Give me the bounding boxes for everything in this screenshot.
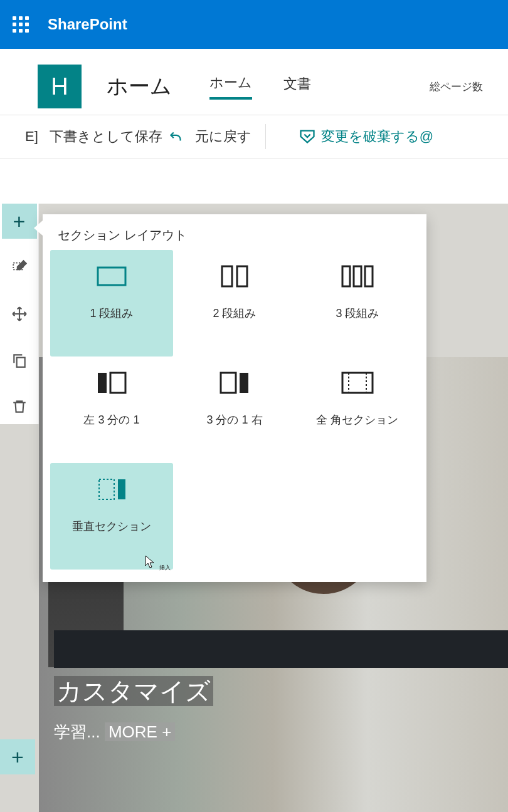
add-section-button[interactable]: +: [2, 204, 37, 239]
flyout-pointer: [34, 221, 43, 236]
layout-label: 2 段組み: [213, 306, 256, 321]
edit-icon: [11, 259, 28, 276]
hero-black-bar: [54, 630, 508, 668]
canvas-toolbox-rail: +: [0, 204, 39, 424]
layout-label: 1 段組み: [90, 306, 133, 321]
discard-label: 変更を破棄する@: [321, 127, 433, 146]
discard-changes-button[interactable]: 変更を破棄する@: [299, 127, 433, 146]
layout-option-two-column[interactable]: 2 段組み: [173, 250, 296, 357]
svg-rect-1: [16, 358, 24, 367]
flyout-title: セクション レイアウト: [43, 214, 426, 250]
layout-option-one-third-right[interactable]: 3 分の 1 右: [173, 357, 296, 463]
command-separator: [265, 124, 266, 149]
cursor-pointer-icon: 挿入: [144, 554, 171, 572]
undo-button[interactable]: 元に戻す: [195, 127, 251, 146]
hero-more-link[interactable]: MORE +: [105, 722, 175, 741]
copy-icon: [11, 352, 28, 368]
svg-rect-4: [237, 266, 247, 286]
command-bar: E] 下書きとして保存 元に戻す 変更を破棄する@: [0, 115, 508, 159]
add-section-bottom-button[interactable]: +: [0, 739, 35, 774]
page-count-label: 総ページ数: [430, 80, 483, 94]
undo-label: 元に戻す: [195, 127, 251, 146]
vertical-section-icon: [94, 477, 129, 504]
move-icon: [11, 306, 28, 322]
nav-tab-documents[interactable]: 文書: [283, 75, 311, 98]
site-nav: ホーム 文書: [209, 73, 311, 100]
layout-option-one-third-left[interactable]: 左 3 分の 1: [50, 357, 173, 463]
move-section-button[interactable]: [2, 296, 37, 331]
hero-subtitle: 学習: [54, 722, 87, 741]
discard-icon: [299, 128, 316, 145]
layout-label: 3 段組み: [336, 306, 379, 321]
svg-rect-11: [240, 373, 248, 393]
svg-rect-12: [342, 373, 373, 393]
duplicate-section-button[interactable]: [2, 343, 37, 378]
svg-rect-8: [98, 373, 107, 393]
nav-tab-home[interactable]: ホーム: [209, 73, 252, 100]
two-column-icon: [217, 264, 252, 291]
layout-option-vertical-section[interactable]: 垂直セクション 挿入: [50, 463, 173, 570]
layout-label: 左 3 分の 1: [83, 412, 139, 427]
command-prefix: E]: [25, 128, 38, 145]
one-column-icon: [94, 264, 129, 291]
three-column-icon: [340, 264, 375, 291]
layout-option-full-width[interactable]: 全 角セクション: [296, 357, 419, 463]
svg-rect-7: [365, 266, 373, 286]
hero-overlay: カスタマイズ 学習... MORE +: [43, 628, 508, 749]
svg-rect-2: [98, 268, 125, 285]
hero-subtitle-row: 学習... MORE +: [54, 721, 508, 743]
section-layout-flyout: セクション レイアウト 1 段組み 2 段組み 3 段組み 左 3 分の 1: [43, 214, 426, 582]
one-third-right-icon: [217, 370, 252, 397]
svg-rect-3: [222, 266, 232, 286]
app-launcher-icon[interactable]: [13, 16, 29, 33]
save-draft-button[interactable]: 下書きとして保存: [50, 127, 184, 146]
site-title: ホーム: [107, 72, 172, 101]
layout-option-one-column[interactable]: 1 段組み: [50, 250, 173, 357]
layout-label: 垂直セクション: [72, 519, 151, 534]
svg-rect-9: [110, 373, 125, 393]
layout-option-three-column[interactable]: 3 段組み: [296, 250, 419, 357]
one-third-left-icon: [94, 370, 129, 397]
cursor-tooltip: 挿入: [159, 565, 171, 571]
hero-ellipsis: ...: [87, 722, 105, 741]
layout-label: 全 角セクション: [316, 412, 398, 427]
svg-rect-16: [118, 479, 125, 499]
save-draft-label: 下書きとして保存: [50, 127, 162, 146]
full-width-icon: [340, 370, 375, 397]
site-header: H ホーム ホーム 文書 総ページ数: [0, 49, 508, 115]
app-name: SharePoint: [48, 16, 127, 33]
layout-label: 3 分の 1 右: [206, 412, 262, 427]
layout-options-grid: 1 段組み 2 段組み 3 段組み 左 3 分の 1 3 分の 1 右: [43, 250, 426, 582]
suite-header: SharePoint: [0, 0, 508, 49]
site-logo[interactable]: H: [38, 65, 82, 108]
trash-icon: [11, 398, 28, 415]
undo-icon: [167, 128, 184, 145]
edit-section-button[interactable]: [2, 250, 37, 285]
delete-section-button[interactable]: [2, 389, 37, 424]
hero-title[interactable]: カスタマイズ: [54, 676, 213, 706]
svg-rect-5: [342, 266, 350, 286]
svg-rect-15: [99, 479, 114, 499]
svg-rect-10: [221, 373, 236, 393]
svg-rect-6: [354, 266, 361, 286]
